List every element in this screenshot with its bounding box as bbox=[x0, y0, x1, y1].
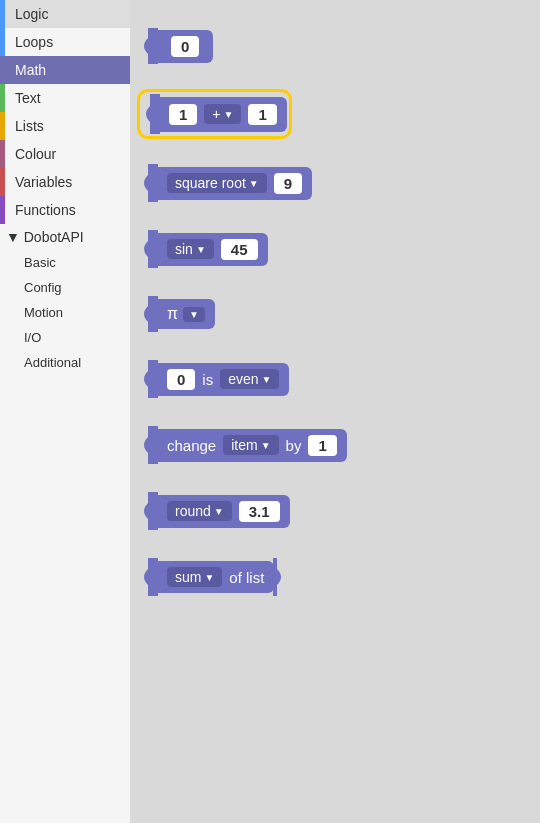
round-value[interactable]: 3.1 bbox=[239, 501, 280, 522]
sidebar-item-functions[interactable]: Functions bbox=[0, 196, 130, 224]
block-arithmetic-row: 1 + ▼ 1 bbox=[140, 92, 530, 136]
connector-left-arith-icon bbox=[142, 94, 160, 134]
change-by-value[interactable]: 1 bbox=[308, 435, 336, 456]
block-arithmetic-highlight[interactable]: 1 + ▼ 1 bbox=[140, 92, 289, 136]
change-item-dropdown[interactable]: item ▼ bbox=[223, 435, 278, 455]
block-sumoflist[interactable]: sum ▼ of list bbox=[140, 558, 285, 596]
connector-round-icon bbox=[140, 492, 158, 530]
block-round[interactable]: round ▼ 3.1 bbox=[140, 492, 290, 530]
block-area: 0 1 + ▼ 1 bbox=[130, 0, 540, 823]
sum-func-dropdown[interactable]: sum ▼ bbox=[167, 567, 222, 587]
connector-sqrt-icon bbox=[140, 164, 158, 202]
number-value[interactable]: 0 bbox=[171, 36, 199, 57]
sidebar: Logic Loops Math Text Lists Colour Varia… bbox=[0, 0, 130, 823]
arith-operator-dropdown[interactable]: + ▼ bbox=[204, 104, 241, 124]
block-number-row: 0 bbox=[140, 28, 530, 64]
sidebar-item-text[interactable]: Text bbox=[0, 84, 130, 112]
sqrt-dropdown-arrow-icon: ▼ bbox=[249, 178, 259, 189]
block-changeitem[interactable]: change item ▼ by 1 bbox=[140, 426, 347, 464]
sidebar-item-lists[interactable]: Lists bbox=[0, 112, 130, 140]
connector-trig-icon bbox=[140, 230, 158, 268]
prop-is-label: is bbox=[202, 371, 213, 388]
arith-left[interactable]: 1 bbox=[169, 104, 197, 125]
sqrt-func-dropdown[interactable]: square root ▼ bbox=[167, 173, 267, 193]
block-sqrt-row: square root ▼ 9 bbox=[140, 164, 530, 202]
sidebar-item-colour[interactable]: Colour bbox=[0, 140, 130, 168]
block-round-row: round ▼ 3.1 bbox=[140, 492, 530, 530]
prop-value[interactable]: 0 bbox=[167, 369, 195, 390]
dropdown-arrow-icon: ▼ bbox=[224, 109, 234, 120]
block-changeitem-row: change item ▼ by 1 bbox=[140, 426, 530, 464]
prop-dropdown-arrow-icon: ▼ bbox=[262, 374, 272, 385]
trig-func-dropdown[interactable]: sin ▼ bbox=[167, 239, 214, 259]
block-pi-row: π ▼ bbox=[140, 296, 530, 332]
sidebar-item-variables[interactable]: Variables bbox=[0, 168, 130, 196]
block-property[interactable]: 0 is even ▼ bbox=[140, 360, 289, 398]
block-trig[interactable]: sin ▼ 45 bbox=[140, 230, 268, 268]
block-property-row: 0 is even ▼ bbox=[140, 360, 530, 398]
sum-dropdown-arrow-icon: ▼ bbox=[204, 572, 214, 583]
sidebar-item-math[interactable]: Math bbox=[0, 56, 130, 84]
trig-value[interactable]: 45 bbox=[221, 239, 258, 260]
change-label: change bbox=[167, 437, 216, 454]
block-trig-row: sin ▼ 45 bbox=[140, 230, 530, 268]
round-dropdown-arrow-icon: ▼ bbox=[214, 506, 224, 517]
change-by-label: by bbox=[286, 437, 302, 454]
arith-right[interactable]: 1 bbox=[248, 104, 276, 125]
connector-right-sum-icon bbox=[273, 558, 285, 596]
sum-oflist-label: of list bbox=[229, 569, 264, 586]
trig-dropdown-arrow-icon: ▼ bbox=[196, 244, 206, 255]
sidebar-item-config[interactable]: Config bbox=[0, 275, 130, 300]
pi-dropdown[interactable]: ▼ bbox=[183, 307, 205, 322]
round-func-dropdown[interactable]: round ▼ bbox=[167, 501, 232, 521]
block-pi[interactable]: π ▼ bbox=[140, 296, 215, 332]
connector-pi-icon bbox=[140, 296, 158, 332]
sqrt-value[interactable]: 9 bbox=[274, 173, 302, 194]
dobot-section: ▼ DobotAPI Basic Config Motion I/O Addit… bbox=[0, 224, 130, 375]
sidebar-item-motion[interactable]: Motion bbox=[0, 300, 130, 325]
block-number[interactable]: 0 bbox=[140, 28, 213, 64]
change-item-arrow-icon: ▼ bbox=[261, 440, 271, 451]
block-sqrt[interactable]: square root ▼ 9 bbox=[140, 164, 312, 202]
sidebar-item-basic[interactable]: Basic bbox=[0, 250, 130, 275]
pi-label: π bbox=[167, 305, 178, 323]
sidebar-item-additional[interactable]: Additional bbox=[0, 350, 130, 375]
connector-prop-icon bbox=[140, 360, 158, 398]
connector-change-icon bbox=[140, 426, 158, 464]
sidebar-item-logic[interactable]: Logic bbox=[0, 0, 130, 28]
block-sumoflist-row: sum ▼ of list bbox=[140, 558, 530, 596]
connector-sum-icon bbox=[140, 558, 158, 596]
main-canvas: 0 1 + ▼ 1 bbox=[130, 0, 540, 823]
sidebar-item-io[interactable]: I/O bbox=[0, 325, 130, 350]
connector-left-icon bbox=[140, 28, 158, 64]
prop-type-dropdown[interactable]: even ▼ bbox=[220, 369, 279, 389]
sidebar-item-loops[interactable]: Loops bbox=[0, 28, 130, 56]
dobot-header[interactable]: ▼ DobotAPI bbox=[0, 224, 130, 250]
